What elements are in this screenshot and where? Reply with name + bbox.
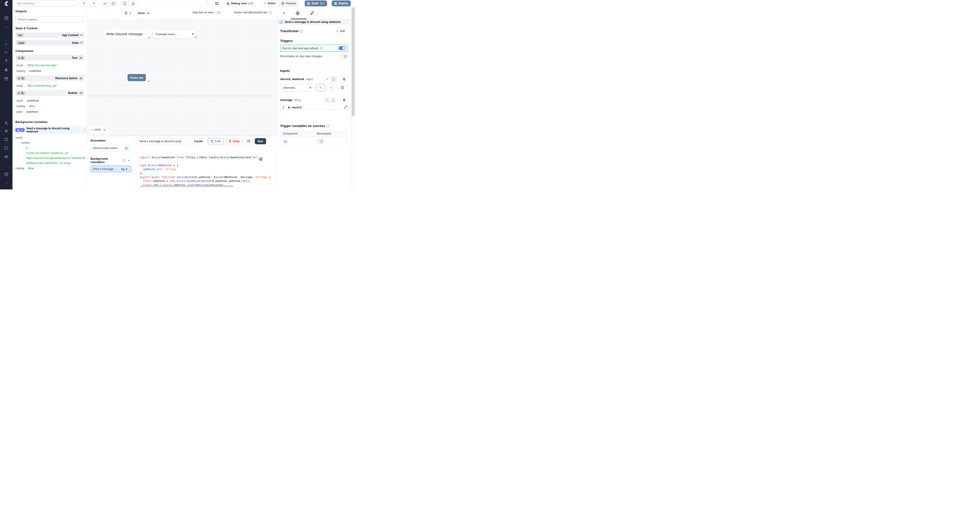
run-on-start-toggle[interactable] xyxy=(339,46,346,50)
reader-icon[interactable] xyxy=(0,16,13,21)
collapse-arrow-icon[interactable]: → xyxy=(0,181,13,185)
canvas-grid[interactable]: Write Discord message: Example resou... … xyxy=(88,19,277,136)
static-mode-pencil-icon[interactable]: ✎ xyxy=(324,76,330,82)
edit-pencil-icon[interactable]: ╱ xyxy=(84,128,85,131)
fork-button[interactable]: Fork xyxy=(208,138,224,144)
recompute-toggle[interactable] xyxy=(341,54,348,58)
resize-handle[interactable] xyxy=(195,36,196,38)
copy-code-icon[interactable] xyxy=(259,149,273,169)
resources-icon[interactable] xyxy=(0,68,13,72)
windmill-logo[interactable] xyxy=(0,1,13,6)
info-icon[interactable]: i xyxy=(300,30,303,33)
refresh-count-button[interactable]: 1 xyxy=(122,10,134,16)
connect-plug-icon[interactable] xyxy=(340,76,348,82)
info-icon[interactable]: i xyxy=(320,47,323,50)
cache-button[interactable]: Cache xyxy=(191,138,205,144)
align-center-icon[interactable]: |o| xyxy=(101,1,109,6)
code-editor[interactable]: import discordwebhook from "https://deno… xyxy=(137,146,275,188)
tab-editor[interactable]: ✎ Editor xyxy=(261,1,278,6)
settings-gear-icon[interactable]: ⚙ xyxy=(0,129,13,134)
refresh-resource-button[interactable] xyxy=(338,84,347,91)
runnable-item-bg0[interactable]: Send a message... bg_0 xyxy=(91,166,131,172)
runnable-header: f Send a message to discord using webhoo… xyxy=(277,19,350,24)
help-question-icon[interactable] xyxy=(0,172,13,177)
prop-value: "$res:u/henri/testing_bot" xyxy=(27,84,57,88)
component-a-header[interactable]: a Text xyxy=(16,55,84,60)
connect-plug-icon[interactable] xyxy=(340,97,348,103)
state-row[interactable]: state State xyxy=(16,40,84,46)
draft-button[interactable]: Draft ⌘S xyxy=(305,0,327,6)
runnable-item-hub[interactable]: hub/1511/discord/se... c xyxy=(91,145,131,151)
workspace-briefcase-icon[interactable] xyxy=(0,137,13,142)
variables-dollar-icon[interactable]: $ xyxy=(0,59,13,62)
home-icon[interactable]: ⌂ xyxy=(0,42,13,46)
hide-bar-toggle[interactable] xyxy=(215,11,221,14)
scrollbar-thumb[interactable] xyxy=(352,8,355,116)
zoom-out-button[interactable]: − xyxy=(91,128,93,132)
tab-preview[interactable]: Preview xyxy=(279,1,298,6)
more-menu-icon[interactable]: ⋮ xyxy=(205,0,208,5)
prop-key: loading xyxy=(16,69,25,73)
redo-button[interactable]: ↷ xyxy=(89,1,98,6)
search-outputs-input[interactable] xyxy=(16,16,84,22)
expand-editor-icon[interactable] xyxy=(344,105,347,108)
fullscreen-icon[interactable] xyxy=(109,1,117,6)
chevron-down-icon[interactable] xyxy=(80,42,83,43)
info-icon[interactable]: i xyxy=(269,11,272,14)
refresh-code-button[interactable] xyxy=(245,138,253,144)
eval-mode-f-icon[interactable]: f xyxy=(330,76,336,82)
bg0-row[interactable]: bg_0 Send a message to discord using web… xyxy=(13,126,87,134)
resource-picker[interactable]: u/henri/te... ✕ xyxy=(280,84,314,91)
ctx-row[interactable]: ctx App Context xyxy=(16,32,84,38)
clear-resource-icon[interactable]: ✕ xyxy=(309,86,312,89)
folders-icon[interactable] xyxy=(0,146,13,150)
text-component[interactable]: Write Discord message: xyxy=(106,29,150,39)
prop-key: result xyxy=(16,84,23,88)
star-icon[interactable]: ☆ xyxy=(0,25,13,30)
add-resource-button[interactable]: + xyxy=(327,84,336,91)
edit-resource-button[interactable]: ✎ xyxy=(316,84,325,91)
runnable-name-input[interactable] xyxy=(137,138,189,144)
static-mode-pencil-icon[interactable]: ✎ xyxy=(324,97,330,103)
app-summary-input[interactable] xyxy=(14,1,77,6)
chevron-up-icon[interactable] xyxy=(79,91,83,95)
debug-runs-button[interactable]: Debug runs (23) xyxy=(224,0,256,6)
tab-insert-plus-icon[interactable]: + xyxy=(283,11,285,16)
component-c-header[interactable]: c Button xyxy=(16,90,84,96)
desktop-icon[interactable] xyxy=(129,1,137,6)
run-button[interactable]: Run xyxy=(255,138,266,144)
button-component: Press me xyxy=(127,73,150,82)
recompute-c-toggle[interactable] xyxy=(317,140,324,143)
schedule-dropdown[interactable]: once xyxy=(138,10,149,16)
add-transformer-button[interactable]: + Add xyxy=(334,28,348,35)
clear-button[interactable]: Clear xyxy=(226,138,242,144)
info-icon[interactable]: i xyxy=(326,124,329,127)
resize-handle[interactable] xyxy=(148,37,150,38)
scrollbar-track[interactable] xyxy=(350,7,356,189)
chevron-down-icon[interactable] xyxy=(80,34,83,36)
resource-select-component[interactable]: Example resou... ✕ xyxy=(153,30,197,38)
message-expression-editor[interactable]: 1 b.result xyxy=(280,105,348,110)
clear-selection-icon[interactable]: ✕ xyxy=(191,32,194,36)
press-me-button[interactable]: Press me xyxy=(127,74,146,81)
deploy-button[interactable]: Deploy xyxy=(332,0,351,6)
component-b-header[interactable]: b Resource Select xyxy=(16,75,84,81)
docs-book-button[interactable] xyxy=(213,0,221,6)
zoom-in-button[interactable]: + xyxy=(102,127,107,132)
chevron-up-icon[interactable] xyxy=(79,56,83,60)
horizontal-scrollbar[interactable] xyxy=(140,185,234,187)
runs-play-icon[interactable]: ▷ xyxy=(0,50,13,54)
eval-mode-f-icon[interactable]: f xyxy=(330,97,336,103)
schedules-calendar-icon[interactable] xyxy=(0,76,13,81)
add-bg-runnable-button[interactable]: + xyxy=(126,158,131,163)
user-icon[interactable] xyxy=(0,121,13,125)
audit-eye-icon[interactable] xyxy=(0,154,13,159)
bg0-loading-value: false xyxy=(28,167,33,170)
tab-style-brush-icon[interactable] xyxy=(310,11,314,16)
tab-components-icon[interactable] xyxy=(295,11,300,16)
hide-bar-label: Hide bar on view xyxy=(192,11,213,14)
chevron-up-icon[interactable] xyxy=(79,76,83,80)
undo-button[interactable]: ↶ xyxy=(79,1,89,6)
resize-handle[interactable] xyxy=(148,80,150,82)
mobile-icon[interactable] xyxy=(121,1,129,6)
